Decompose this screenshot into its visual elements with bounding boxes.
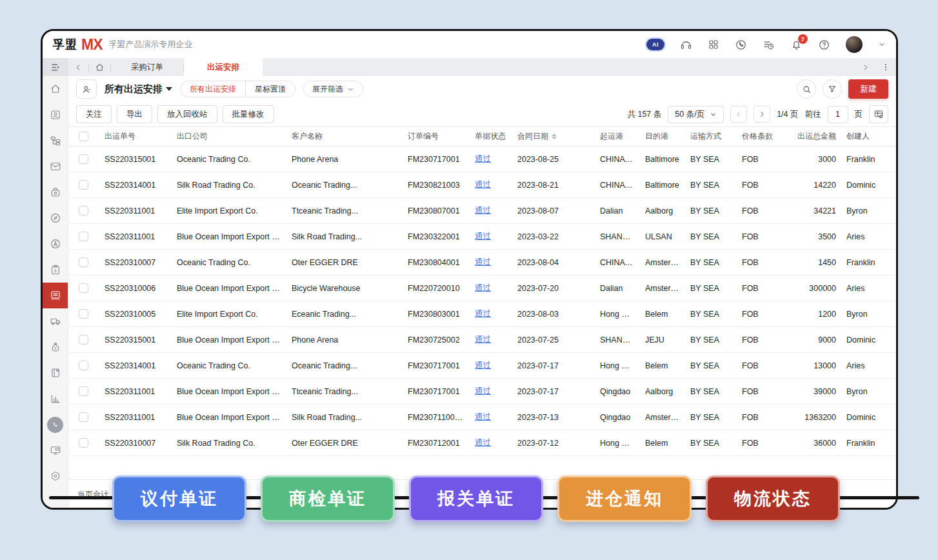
sidebar-shipping-doc-icon[interactable] [43, 283, 68, 308]
segment-all-shipments[interactable]: 所有出运安排 [181, 81, 246, 97]
goto-page-input[interactable] [828, 106, 848, 123]
table-row[interactable]: SS220310007 Silk Road Trading Co. Oter E… [68, 430, 896, 456]
tab-purchase-orders[interactable]: 采购订单 [111, 58, 183, 76]
batch-edit-button[interactable]: 批量修改 [223, 105, 274, 123]
col-creator[interactable]: 创建人 [841, 127, 896, 146]
sidebar-contact-card-icon[interactable] [43, 102, 68, 128]
status-link[interactable]: 通过 [475, 412, 491, 421]
sort-icon[interactable] [552, 134, 557, 139]
tab-more-icon[interactable] [875, 58, 896, 76]
row-checkbox[interactable] [79, 386, 88, 396]
customs-docs-button[interactable]: 报关单证 [409, 475, 543, 522]
status-link[interactable]: 通过 [475, 335, 491, 344]
sidebar-clipboard-dollar-icon[interactable]: $ [43, 257, 68, 283]
status-link[interactable]: 通过 [475, 283, 491, 292]
row-checkbox[interactable] [79, 257, 88, 267]
table-row[interactable]: SS220311001 Blue Ocean Import Export Co.… [68, 224, 896, 250]
row-checkbox[interactable] [79, 283, 88, 293]
sidebar-bar-chart-icon[interactable] [43, 386, 68, 412]
col-port-destination[interactable]: 目的港 [640, 127, 685, 146]
inspection-docs-button[interactable]: 商检单证 [261, 475, 395, 522]
table-row[interactable]: SS220311001 Elite Import Export Co. Ttce… [68, 198, 896, 224]
sidebar-whatsapp-icon[interactable] [43, 412, 68, 437]
nav-back-icon[interactable] [68, 58, 88, 76]
sidebar-monitor-icon[interactable] [43, 437, 68, 463]
sidebar-gear-icon[interactable] [43, 463, 68, 489]
col-contract-date[interactable]: 合同日期 [512, 127, 595, 146]
expand-filter-button[interactable]: 展开筛选 [303, 81, 363, 97]
sidebar-truck-icon[interactable] [43, 308, 68, 334]
task-history-icon[interactable] [763, 39, 775, 51]
tab-shipping-arrangement[interactable]: 出运安排 [184, 58, 263, 76]
help-icon[interactable] [818, 39, 830, 51]
row-checkbox[interactable] [79, 309, 88, 319]
export-button[interactable]: 导出 [117, 105, 152, 123]
nav-forward-icon[interactable] [855, 58, 875, 76]
table-row[interactable]: SS220314001 Oceanic Trading Co. Oceanic … [68, 353, 896, 379]
negotiation-docs-button[interactable]: 议付单证 [112, 475, 246, 522]
next-page-button[interactable] [753, 106, 770, 123]
sidebar-mail-icon[interactable] [43, 154, 68, 179]
column-settings-icon[interactable] [869, 105, 888, 123]
table-row[interactable]: SS220314001 Silk Road Trading Co. Oceani… [68, 172, 896, 198]
search-icon[interactable] [797, 79, 816, 99]
select-all-checkbox[interactable] [79, 132, 88, 141]
follow-button[interactable]: 关注 [76, 105, 112, 123]
sidebar-compass-icon[interactable] [43, 205, 68, 231]
filter-funnel-icon[interactable] [823, 79, 842, 99]
row-checkbox[interactable] [79, 361, 88, 370]
status-link[interactable]: 通过 [475, 438, 491, 447]
segment-starred-top[interactable]: 星标置顶 [246, 81, 295, 97]
sidebar-org-chart-icon[interactable] [43, 128, 68, 154]
avatar[interactable] [846, 36, 863, 53]
table-row[interactable]: SS220310007 Oceanic Trading Co. Oter EGG… [68, 250, 896, 275]
bell-icon[interactable]: 7 [790, 39, 803, 51]
sidebar-bag-icon[interactable] [43, 179, 68, 205]
view-picker-icon[interactable] [76, 79, 97, 99]
headset-icon[interactable] [680, 39, 692, 51]
sidebar-letter-a-icon[interactable] [43, 231, 68, 257]
row-checkbox[interactable] [79, 232, 88, 241]
nav-home-icon[interactable] [89, 58, 110, 76]
recycle-bin-button[interactable]: 放入回收站 [157, 105, 217, 123]
status-link[interactable]: 通过 [475, 206, 491, 215]
status-link[interactable]: 通过 [475, 257, 491, 266]
status-link[interactable]: 通过 [475, 180, 491, 189]
row-checkbox[interactable] [79, 412, 88, 422]
warehouse-notice-button[interactable]: 进仓通知 [557, 475, 692, 522]
col-shipment-no[interactable]: 出运单号 [99, 127, 172, 146]
whatsapp-icon[interactable] [735, 39, 747, 51]
col-price-terms[interactable]: 价格条款 [737, 127, 784, 146]
new-button[interactable]: 新建 [848, 79, 888, 99]
sidebar-home-icon[interactable] [43, 76, 68, 102]
status-link[interactable]: 通过 [475, 361, 491, 370]
table-row[interactable]: SS220315001 Blue Ocean Import Export Co.… [68, 327, 896, 353]
table-row[interactable]: SS220310006 Blue Ocean Import Export Co.… [68, 275, 896, 301]
table-row[interactable]: SS220310005 Elite Import Export Co. Ecea… [68, 301, 896, 327]
sidebar-money-bag-icon[interactable]: ¥ [43, 334, 68, 360]
row-checkbox[interactable] [79, 180, 88, 190]
page-size-select[interactable]: 50 条/页 [668, 106, 724, 123]
logistics-status-button[interactable]: 物流状态 [706, 475, 840, 522]
status-link[interactable]: 通过 [475, 154, 491, 163]
table-row[interactable]: SS220311001 Blue Ocean Import Export Co.… [68, 379, 896, 405]
status-link[interactable]: 通过 [475, 309, 491, 318]
sidebar-notebook-icon[interactable] [43, 360, 68, 386]
prev-page-button[interactable] [730, 106, 747, 123]
table-row[interactable]: SS220311001 Blue Ocean Import Export Co.… [68, 405, 896, 430]
chevron-down-icon[interactable] [878, 41, 886, 48]
col-customer[interactable]: 客户名称 [286, 127, 403, 146]
col-exporter[interactable]: 出口公司 [172, 127, 286, 146]
ai-assistant-icon[interactable]: AI [646, 39, 664, 50]
col-total-amount[interactable]: 出运总金额 [784, 127, 841, 146]
row-checkbox[interactable] [79, 206, 88, 215]
row-checkbox[interactable] [79, 154, 88, 164]
sidebar-collapse-icon[interactable] [43, 58, 68, 76]
row-checkbox[interactable] [79, 438, 88, 448]
col-transport[interactable]: 运输方式 [685, 127, 737, 146]
table-row[interactable]: SS220315001 Oceanic Trading Co. Phone Ar… [68, 146, 896, 172]
apps-grid-icon[interactable] [708, 39, 719, 50]
col-order-no[interactable]: 订单编号 [403, 127, 470, 146]
view-title[interactable]: 所有出运安排 [105, 83, 172, 95]
status-link[interactable]: 通过 [475, 386, 491, 395]
